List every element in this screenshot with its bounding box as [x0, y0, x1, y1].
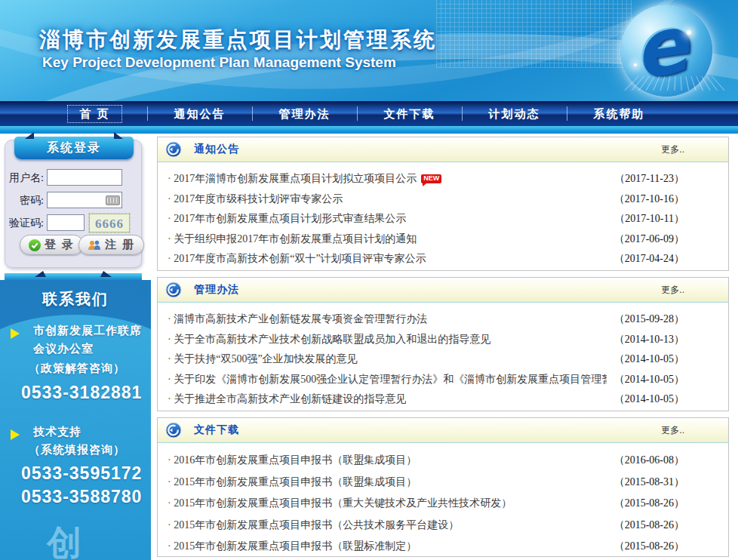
panel-header: 管理办法 更多.. [158, 278, 728, 303]
list-item[interactable]: 2017年度市高新技术创新“双十”计划项目评审专家公示 （2017-04-24） [158, 249, 728, 269]
list-item-date: （2017-04-24） [607, 252, 684, 266]
register-button[interactable]: 注 册 [78, 235, 144, 255]
list-item[interactable]: 关于组织申报2017年市创新发展重点项目计划的通知 （2017-06-09） [158, 229, 728, 250]
list-item-text: 淄博市高新技术产业创新链发展专项资金管理暂行办法 [168, 312, 427, 326]
measures-panel: 管理办法 更多.. 淄博市高新技术产业创新链发展专项资金管理暂行办法 （2015… [157, 277, 729, 411]
users-icon [88, 240, 101, 251]
triangle-bullet-icon [11, 328, 20, 339]
list-item[interactable]: 2015年市创新发展重点项目申报书（联盟集成项目） （2015-08-31） [158, 472, 728, 494]
contact-phone: 0533-3182881 [21, 383, 142, 403]
measures-list: 淄博市高新技术产业创新链发展专项资金管理暂行办法 （2015-09-28） 关于… [158, 303, 728, 410]
site-title: 淄博市创新发展重点项目计划管理系统 [39, 26, 437, 54]
banner-dot-grid-decoration [436, 0, 632, 68]
username-label: 用户名: [0, 169, 44, 187]
list-item-text: 关于全市高新技术产业技术创新战略联盟成员加入和退出的指导意见 [168, 333, 490, 346]
list-item-date: （2015-08-31） [607, 475, 684, 489]
nav-item-notices[interactable]: 通知公告 [147, 101, 252, 126]
login-panel-ribbon: 系统登录 [14, 137, 134, 159]
list-item-text: 2017年淄博市创新发展重点项目计划拟立项项目公示 [168, 172, 417, 186]
list-item-date: （2016-06-08） [607, 454, 684, 467]
list-item-text: 2017年市创新发展重点项目计划形式审查结果公示 [168, 212, 406, 226]
list-item[interactable]: 2017年淄博市创新发展重点项目计划拟立项项目公示 NEW （2017-11-2… [158, 169, 728, 189]
contact-office-note: （政策解答咨询） [29, 362, 125, 376]
list-item[interactable]: 2017年市创新发展重点项目计划形式审查结果公示 （2017-10-11） [158, 209, 728, 229]
panel-title: 管理办法 [194, 283, 239, 297]
nav-item-plan-news[interactable]: 计划动态 [462, 101, 567, 126]
list-item-text: 关于印发《淄博市创新发展500强企业认定管理暂行办法》和《淄博市创新发展重点项目… [168, 373, 607, 386]
username-input[interactable] [47, 169, 122, 186]
ribbon-fold-decoration [100, 271, 112, 277]
list-item[interactable]: 关于推进全市高新技术产业创新链建设的指导意见 （2014-10-05） [158, 389, 728, 410]
contact-support-line: 技术支持 [33, 425, 81, 439]
more-link[interactable]: 更多.. [661, 424, 684, 437]
login-button[interactable]: 登 录 [20, 235, 84, 255]
panel-header: 通知公告 更多.. [158, 137, 728, 162]
list-item[interactable]: 关于全市高新技术产业技术创新战略联盟成员加入和退出的指导意见 （2014-10-… [158, 330, 728, 350]
register-button-label: 注 册 [105, 238, 135, 252]
password-row: 密码: [0, 192, 137, 210]
list-item-date: （2015-08-26） [607, 518, 684, 532]
captcha-input[interactable] [47, 214, 85, 231]
password-label: 密码: [0, 192, 44, 210]
notices-panel: 通知公告 更多.. 2017年淄博市创新发展重点项目计划拟立项项目公示 NEW … [157, 137, 729, 271]
ribbon-fold-decoration [35, 271, 46, 277]
list-item-text: 2015年市创新发展重点项目申报书（联盟标准制定） [168, 540, 417, 553]
more-link[interactable]: 更多.. [661, 284, 684, 297]
list-item-date: （2017-11-23） [607, 172, 684, 186]
list-item-date: （2015-08-26） [607, 497, 684, 510]
triangle-bullet-icon [11, 429, 20, 440]
keyboard-icon[interactable] [106, 195, 120, 205]
list-item-text: 2016年市创新发展重点项目申报书（联盟集成项目） [168, 454, 417, 467]
list-item[interactable]: 关于印发《淄博市创新发展500强企业认定管理暂行办法》和《淄博市创新发展重点项目… [158, 370, 728, 390]
captcha-label: 验证码: [0, 214, 44, 232]
notice-list: 2017年淄博市创新发展重点项目计划拟立项项目公示 NEW （2017-11-2… [158, 162, 728, 269]
list-item[interactable]: 2015年市创新发展重点项目申报书（重大关键技术及产业共性技术研发） （2015… [158, 493, 728, 515]
login-button-label: 登 录 [45, 238, 75, 252]
nav-item-label: 计划动态 [489, 107, 540, 120]
contact-phone: 0533-3595172 [21, 463, 142, 484]
nav-item-label: 通知公告 [174, 107, 226, 120]
panel-title: 通知公告 [194, 143, 239, 156]
list-item-date: （2014-10-13） [607, 333, 684, 346]
site-subtitle: Key Project Development Plan Management … [42, 54, 396, 71]
list-item-date: （2014-10-05） [607, 392, 684, 406]
nav-item-measures[interactable]: 管理办法 [252, 101, 357, 126]
panel-arrow-icon [165, 141, 182, 158]
list-item[interactable]: 2015年市创新发展重点项目申报书（联盟标准制定） （2015-08-26） [158, 536, 728, 558]
list-item-text: 2015年市创新发展重点项目申报书（公共技术服务平台建设） [168, 518, 459, 532]
more-link[interactable]: 更多.. [661, 143, 684, 156]
nav-highlight-strip [0, 126, 738, 134]
list-item-date: （2014-10-05） [607, 352, 684, 366]
list-item[interactable]: 2017年度市级科技计划评审专家公示 （2017-10-16） [158, 189, 728, 210]
ribbon-fold-decoration [25, 132, 34, 139]
sparkle-icon [687, 30, 691, 35]
sparkle-icon [634, 63, 637, 66]
nav-item-label: 管理办法 [279, 107, 331, 120]
list-item-date: （2014-10-05） [607, 373, 684, 386]
panel-arrow-icon [165, 282, 182, 298]
nav-item-home[interactable]: 首 页 [42, 101, 147, 126]
new-badge: NEW [421, 174, 441, 183]
list-item-text: 2017年度市高新技术创新“双十”计划项目评审专家公示 [168, 252, 426, 266]
list-item[interactable]: 2016年市创新发展重点项目申报书（联盟集成项目） （2016-06-08） [158, 450, 728, 472]
panel-title: 文件下载 [194, 423, 239, 437]
list-item-text: 关于推进全市高新技术产业创新链建设的指导意见 [168, 392, 406, 406]
captcha-image: 6666 [89, 214, 130, 232]
check-circle-icon [29, 239, 41, 251]
nav-item-help[interactable]: 系统帮助 [567, 101, 672, 126]
list-item-date: （2017-06-09） [607, 232, 684, 246]
list-item-date: （2015-09-28） [607, 312, 684, 326]
list-item[interactable]: 淄博市高新技术产业创新链发展专项资金管理暂行办法 （2015-09-28） [158, 309, 728, 330]
nav-item-downloads[interactable]: 文件下载 [357, 101, 462, 126]
contact-office-line1: 市创新发展工作联席 [33, 324, 142, 338]
list-item-text: 2015年市创新发展重点项目申报书（联盟集成项目） [168, 475, 417, 489]
list-item[interactable]: 关于扶持“双500强”企业加快发展的意见 （2014-10-05） [158, 349, 728, 370]
contact-section: 联系我们 市创新发展工作联席 会议办公室 （政策解答咨询） 0533-31828… [0, 280, 151, 560]
watermark-character: 创 [47, 520, 81, 560]
list-item-text: 2017年度市级科技计划评审专家公示 [168, 192, 343, 206]
list-item[interactable]: 2015年市创新发展重点项目申报书（公共技术服务平台建设） （2015-08-2… [158, 515, 728, 537]
list-item-date: （2017-10-16） [607, 192, 684, 206]
list-item-text: 2015年市创新发展重点项目申报书（重大关键技术及产业共性技术研发） [168, 497, 512, 510]
login-panel-title: 系统登录 [47, 141, 101, 154]
list-item-text: 关于组织申报2017年市创新发展重点项目计划的通知 [168, 232, 417, 246]
